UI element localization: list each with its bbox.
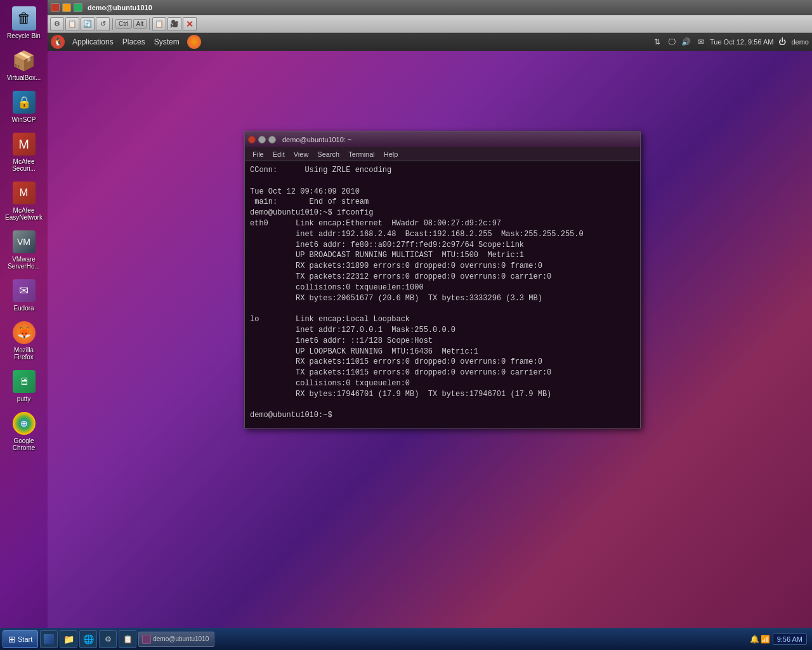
- network-indicator-icon[interactable]: ⇅: [652, 36, 663, 48]
- terminal-line: RX bytes:17946701 (17.9 MB) TX bytes:179…: [250, 389, 635, 400]
- terminal-line: collisions:0 txqueuelen:1000: [250, 282, 635, 293]
- desktop-icons: 🗑 Recycle Bin 📦 VirtualBox... 🔒 WinSCP M…: [0, 0, 48, 454]
- toolbar-config-button[interactable]: ⚙: [50, 17, 64, 31]
- terminal-line: UP BROADCAST RUNNING MULTICAST MTU:1500 …: [250, 250, 635, 261]
- ubuntu-logo[interactable]: 🐧: [51, 35, 65, 49]
- desktop: 🗑 Recycle Bin 📦 VirtualBox... 🔒 WinSCP M…: [0, 0, 812, 650]
- taskbar-misc-button-1[interactable]: ⚙: [99, 630, 117, 648]
- eudora-label: Eudora: [13, 305, 34, 312]
- chrome-label: Google Chrome: [4, 437, 44, 451]
- places-menu[interactable]: Places: [119, 36, 149, 48]
- vnc-toolbar: ⚙ 📋 🔄 ↺ Ctrl Alt 📋 🎥 ✕: [48, 15, 812, 33]
- ie-icon: 🌐: [83, 634, 94, 644]
- toolbar-paste-button[interactable]: 📋: [152, 17, 166, 31]
- vnc-title: demo@ubuntu1010: [88, 4, 152, 11]
- windows-taskbar: ⊞ Start 📁 🌐 ⚙ 📋 demo@ubuntu1010 🔔 📶: [0, 628, 812, 650]
- desktop-icon-eudora[interactable]: ✉ Eudora: [2, 275, 46, 314]
- chrome-icon: ⊕: [11, 411, 37, 436]
- terminal-body[interactable]: CConn: Using ZRLE encoding Tue Oct 12 09…: [245, 161, 640, 428]
- misc-icon-2: 📋: [123, 635, 133, 644]
- terminal-search-menu[interactable]: Search: [313, 149, 343, 159]
- virtualbox-label: VirtualBox...: [7, 74, 41, 81]
- terminal-file-menu[interactable]: File: [249, 149, 268, 159]
- terminal-line: inet6 addr: ::1/128 Scope:Host: [250, 336, 635, 347]
- desktop-icon-winscp[interactable]: 🔒 WinSCP: [2, 87, 46, 126]
- volume-icon[interactable]: 🔊: [681, 36, 692, 48]
- vnc-minimize-button[interactable]: [62, 3, 71, 12]
- misc-icon-1: ⚙: [105, 635, 112, 644]
- mcafee-security-label: McAfee Securi...: [4, 158, 44, 172]
- winscp-icon: 🔒: [11, 90, 37, 115]
- explorer-icon: 📁: [63, 634, 74, 644]
- taskbar-ie-button[interactable]: 🌐: [79, 630, 97, 648]
- taskbar-misc-button-2[interactable]: 📋: [119, 630, 136, 648]
- screen-indicator-icon[interactable]: 🖵: [666, 36, 678, 48]
- terminal-help-menu[interactable]: Help: [380, 149, 402, 159]
- firefox-icon: 🦊: [11, 320, 37, 345]
- terminal-titlebar: demo@ubuntu1010: ~: [245, 132, 640, 147]
- terminal-line: collisions:0 txqueuelen:0: [250, 378, 635, 389]
- putty-icon: 🖥: [11, 369, 37, 394]
- terminal-maximize-button[interactable]: [268, 136, 276, 143]
- terminal-minimize-button[interactable]: [258, 136, 266, 143]
- toolbar-disconnect-button[interactable]: ✕: [183, 17, 197, 31]
- terminal-window: demo@ubuntu1010: ~ File Edit View Search…: [244, 131, 641, 428]
- taskbar-explorer-button[interactable]: 📁: [60, 630, 77, 648]
- mcafee-network-label: McAfee EasyNetwork: [4, 207, 44, 221]
- vnc-taskbar-icon: [142, 635, 151, 644]
- ctrl-key-button[interactable]: Ctrl: [115, 19, 132, 29]
- power-icon[interactable]: ⏻: [776, 36, 788, 48]
- winscp-label: WinSCP: [12, 116, 36, 123]
- applications-menu[interactable]: Applications: [69, 36, 117, 48]
- terminal-terminal-menu[interactable]: Terminal: [344, 149, 379, 159]
- windows-time: 9:56 AM: [777, 635, 802, 643]
- recycle-bin-icon: 🗑: [12, 6, 36, 30]
- network-taskbar-icon: 📶: [761, 635, 770, 644]
- terminal-line: Tue Oct 12 09:46:09 2010: [250, 187, 635, 197]
- desktop-icon-mozilla-firefox[interactable]: 🦊 Mozilla Firefox: [2, 317, 46, 363]
- desktop-icon-recycle-bin[interactable]: 🗑 Recycle Bin: [2, 3, 46, 42]
- vnc-content: 🐧 Applications Places System ⇅ 🖵 🔊 ✉ Tue…: [48, 33, 812, 650]
- ubuntu-top-panel: 🐧 Applications Places System ⇅ 🖵 🔊 ✉ Tue…: [48, 33, 812, 51]
- terminal-view-menu[interactable]: View: [290, 149, 313, 159]
- taskbar-show-desktop-button[interactable]: [40, 630, 58, 648]
- taskbar-vnc-button[interactable]: demo@ubuntu1010: [138, 632, 214, 647]
- terminal-line: inet addr:127.0.0.1 Mask:255.0.0.0: [250, 325, 635, 336]
- desktop-icon-mcafee-network[interactable]: M McAfee EasyNetwork: [2, 178, 46, 223]
- windows-clock: 9:56 AM: [773, 633, 807, 645]
- desktop-icon-vmware[interactable]: VM VMware ServerHo...: [2, 227, 46, 272]
- terminal-line: CConn: Using ZRLE encoding: [250, 165, 635, 176]
- desktop-icon-google-chrome[interactable]: ⊕ Google Chrome: [2, 408, 46, 454]
- terminal-line: RX packets:31890 errors:0 dropped:0 over…: [250, 261, 635, 272]
- terminal-line: main: End of stream: [250, 197, 635, 208]
- toolbar-clipboard-button[interactable]: 📋: [65, 17, 79, 31]
- desktop-icon-putty[interactable]: 🖥 putty: [2, 366, 46, 405]
- vnc-close-button[interactable]: [51, 3, 60, 12]
- terminal-line: demo@ubuntu1010:~$ ifconfig: [250, 208, 635, 218]
- terminal-line: lo Link encap:Local Loopback: [250, 314, 635, 325]
- toolbar-refresh-button[interactable]: 🔄: [81, 17, 95, 31]
- firefox-panel-icon[interactable]: [187, 35, 201, 49]
- vnc-maximize-button[interactable]: [74, 3, 82, 12]
- system-menu[interactable]: System: [150, 36, 183, 48]
- alt-key-button[interactable]: Alt: [133, 19, 147, 29]
- mail-icon[interactable]: ✉: [695, 36, 707, 48]
- mcafee-network-icon: M: [11, 180, 37, 206]
- desktop-icon-mcafee-security[interactable]: M McAfee Securi...: [2, 129, 46, 175]
- terminal-close-button[interactable]: [248, 136, 256, 143]
- terminal-line: [250, 176, 635, 187]
- terminal-line: [250, 303, 635, 314]
- taskbar-notification-area: 🔔 📶: [750, 635, 770, 644]
- toolbar-separator-2: [149, 18, 150, 30]
- terminal-line: RX bytes:20651677 (20.6 MB) TX bytes:333…: [250, 293, 635, 304]
- ubuntu-panel-right: ⇅ 🖵 🔊 ✉ Tue Oct 12, 9:56 AM ⏻ demo: [652, 36, 809, 48]
- windows-start-button[interactable]: ⊞ Start: [3, 630, 38, 648]
- firefox-label: Mozilla Firefox: [4, 347, 44, 361]
- toolbar-record-button[interactable]: 🎥: [167, 17, 181, 31]
- ubuntu-desktop: 🐧 Applications Places System ⇅ 🖵 🔊 ✉ Tue…: [48, 33, 812, 650]
- vmware-icon: VM: [11, 229, 37, 255]
- virtualbox-icon: 📦: [11, 48, 37, 73]
- desktop-icon-virtualbox[interactable]: 📦 VirtualBox...: [2, 45, 46, 84]
- toolbar-back-button[interactable]: ↺: [96, 17, 110, 31]
- terminal-edit-menu[interactable]: Edit: [269, 149, 289, 159]
